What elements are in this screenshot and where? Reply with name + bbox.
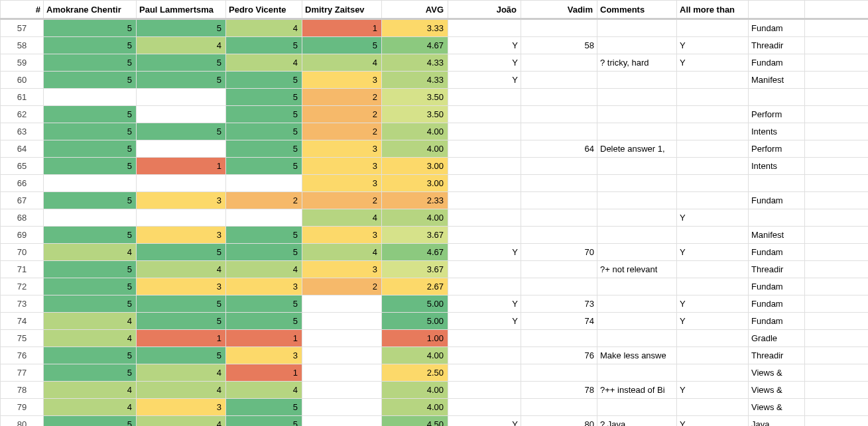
col-r1[interactable]: Amokrane Chentir (44, 1, 137, 19)
comments-cell[interactable] (597, 106, 677, 123)
comments-cell[interactable] (597, 295, 677, 313)
rating-cell[interactable]: 3 (137, 278, 226, 295)
vadim-cell[interactable] (521, 227, 597, 244)
row-number[interactable]: 69 (1, 227, 44, 244)
joao-cell[interactable] (448, 175, 521, 192)
extra-cell[interactable] (805, 244, 869, 261)
rating-cell[interactable]: 4 (44, 313, 137, 330)
joao-cell[interactable]: Y (448, 54, 521, 72)
avg-cell[interactable]: 3.00 (382, 158, 448, 175)
rating-cell[interactable]: 2 (226, 192, 302, 209)
vadim-cell[interactable] (521, 89, 597, 106)
extra-cell[interactable] (805, 330, 869, 347)
rating-cell[interactable]: 3 (137, 399, 226, 416)
category-cell[interactable]: Manifest (749, 227, 805, 244)
rating-cell[interactable]: 5 (226, 158, 302, 175)
vadim-cell[interactable] (521, 261, 597, 278)
rating-cell[interactable]: 3 (302, 140, 382, 158)
extra-cell[interactable] (805, 19, 869, 37)
extra-cell[interactable] (805, 140, 869, 158)
avg-cell[interactable]: 2.50 (382, 364, 448, 382)
vadim-cell[interactable] (521, 106, 597, 123)
category-cell[interactable]: Fundam (749, 295, 805, 313)
col-avg[interactable]: AVG (382, 1, 448, 19)
rating-cell[interactable]: 3 (226, 278, 302, 295)
table-row[interactable]: 5755413.33Fundam (1, 19, 869, 37)
rating-cell[interactable]: 4 (302, 54, 382, 72)
allmore-cell[interactable] (677, 330, 749, 347)
extra-cell[interactable] (805, 416, 869, 427)
joao-cell[interactable] (448, 261, 521, 278)
joao-cell[interactable] (448, 158, 521, 175)
comments-cell[interactable] (597, 278, 677, 295)
extra-cell[interactable] (805, 347, 869, 364)
vadim-cell[interactable] (521, 123, 597, 140)
avg-cell[interactable]: 4.00 (382, 123, 448, 140)
row-number[interactable]: 60 (1, 72, 44, 89)
rating-cell[interactable]: 1 (137, 330, 226, 347)
rating-cell[interactable]: 2 (302, 278, 382, 295)
rating-cell[interactable]: 5 (44, 295, 137, 313)
rating-cell[interactable]: 4 (302, 209, 382, 227)
rating-cell[interactable] (137, 89, 226, 106)
rating-cell[interactable]: 4 (44, 382, 137, 399)
extra-cell[interactable] (805, 123, 869, 140)
allmore-cell[interactable]: Y (677, 416, 749, 427)
allmore-cell[interactable] (677, 123, 749, 140)
rating-cell[interactable]: 4 (137, 37, 226, 54)
table-row[interactable]: 5955444.33Y? tricky, hardYFundam (1, 54, 869, 72)
allmore-cell[interactable] (677, 72, 749, 89)
joao-cell[interactable] (448, 192, 521, 209)
rating-cell[interactable]: 5 (137, 347, 226, 364)
allmore-cell[interactable] (677, 364, 749, 382)
joao-cell[interactable] (448, 330, 521, 347)
rating-cell[interactable] (226, 209, 302, 227)
allmore-cell[interactable] (677, 278, 749, 295)
rating-cell[interactable] (302, 295, 382, 313)
row-number[interactable]: 78 (1, 382, 44, 399)
allmore-cell[interactable]: Y (677, 209, 749, 227)
rating-cell[interactable]: 5 (44, 227, 137, 244)
rating-cell[interactable]: 5 (44, 140, 137, 158)
joao-cell[interactable] (448, 19, 521, 37)
extra-cell[interactable] (805, 313, 869, 330)
rating-cell[interactable]: 5 (44, 106, 137, 123)
rating-cell[interactable] (302, 382, 382, 399)
allmore-cell[interactable] (677, 261, 749, 278)
extra-cell[interactable] (805, 227, 869, 244)
rating-cell[interactable]: 4 (137, 416, 226, 427)
rating-cell[interactable]: 3 (302, 72, 382, 89)
joao-cell[interactable]: Y (448, 72, 521, 89)
rating-cell[interactable]: 5 (44, 278, 137, 295)
avg-cell[interactable]: 3.67 (382, 227, 448, 244)
rating-cell[interactable]: 5 (137, 244, 226, 261)
rating-cell[interactable]: 5 (137, 54, 226, 72)
allmore-cell[interactable]: Y (677, 295, 749, 313)
row-number[interactable]: 67 (1, 192, 44, 209)
joao-cell[interactable]: Y (448, 244, 521, 261)
col-category[interactable] (749, 1, 805, 19)
rating-cell[interactable]: 4 (226, 261, 302, 278)
table-row[interactable]: 6551533.00Intents (1, 158, 869, 175)
joao-cell[interactable] (448, 140, 521, 158)
avg-cell[interactable]: 3.00 (382, 175, 448, 192)
allmore-cell[interactable] (677, 89, 749, 106)
vadim-cell[interactable] (521, 330, 597, 347)
row-number[interactable]: 62 (1, 106, 44, 123)
rating-cell[interactable]: 5 (44, 416, 137, 427)
category-cell[interactable] (749, 209, 805, 227)
avg-cell[interactable]: 4.00 (382, 140, 448, 158)
table-row[interactable]: 805454.50Y80? JavaYJava (1, 416, 869, 427)
rating-cell[interactable]: 1 (226, 330, 302, 347)
rating-cell[interactable]: 5 (44, 364, 137, 382)
rating-cell[interactable] (302, 313, 382, 330)
category-cell[interactable]: Perform (749, 106, 805, 123)
comments-cell[interactable]: ?++ instead of Bi (597, 382, 677, 399)
col-extra[interactable] (805, 1, 869, 19)
rating-cell[interactable]: 5 (137, 72, 226, 89)
rating-cell[interactable] (137, 209, 226, 227)
comments-cell[interactable] (597, 175, 677, 192)
avg-cell[interactable]: 5.00 (382, 313, 448, 330)
rating-cell[interactable]: 5 (137, 295, 226, 313)
rating-cell[interactable]: 3 (226, 347, 302, 364)
